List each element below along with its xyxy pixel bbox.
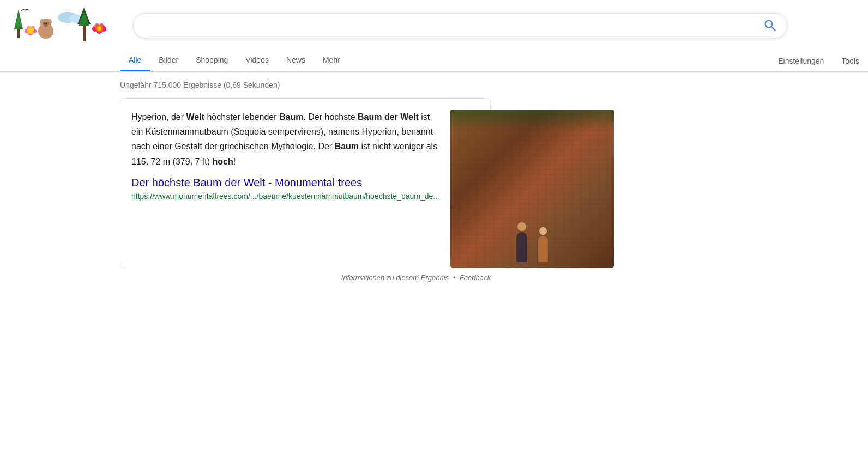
google-doodle[interactable] (13, 7, 111, 45)
search-button[interactable] (763, 18, 778, 33)
snippet-link-area: Der höchste Baum der Welt - Monumental t… (131, 169, 439, 210)
snippet-image[interactable] (450, 110, 614, 268)
dot-separator: • (453, 274, 456, 282)
nav-einstellungen[interactable]: Einstellungen (769, 50, 833, 71)
snippet-body-text: Hyperion, der Welt höchster lebender Bau… (131, 110, 439, 169)
footer-info-link[interactable]: Informationen zu diesem Ergebnis (341, 274, 449, 282)
snippet-image-area (450, 110, 614, 268)
svg-point-30 (97, 26, 101, 31)
snippet-link-title[interactable]: Der höchste Baum der Welt - Monumental t… (131, 177, 439, 189)
search-icon (763, 18, 778, 33)
nav-tabs: Alle Bilder Shopping Videos News Mehr Ei… (0, 49, 868, 72)
results-count: Ungefähr 715.000 Ergebnisse (0,69 Sekund… (120, 76, 491, 98)
logo-area (13, 7, 122, 45)
footer-feedback-link[interactable]: Feedback (460, 274, 491, 282)
tab-shopping[interactable]: Shopping (187, 49, 237, 71)
people-silhouette (516, 232, 548, 262)
tab-videos[interactable]: Videos (237, 49, 278, 71)
person-2 (538, 236, 548, 262)
svg-point-18 (27, 27, 34, 34)
nav-tools-btn[interactable]: Tools (833, 50, 868, 71)
search-box[interactable]: wie hoch ist der größte baum der welt (133, 13, 787, 38)
doodle-svg (13, 7, 111, 45)
snippet-link-url[interactable]: https://www.monumentaltrees.com/.../baeu… (131, 192, 439, 201)
results-area: Ungefähr 715.000 Ergebnisse (0,69 Sekund… (0, 72, 491, 285)
svg-point-9 (44, 24, 47, 26)
svg-rect-21 (83, 23, 86, 41)
featured-snippet-card: Hyperion, der Welt höchster lebender Bau… (120, 98, 491, 268)
tab-news[interactable]: News (278, 49, 314, 71)
svg-rect-10 (17, 29, 20, 38)
svg-marker-12 (15, 15, 22, 27)
tab-mehr[interactable]: Mehr (314, 49, 349, 71)
nav-tools: Einstellungen Tools (769, 50, 868, 71)
tab-bilder[interactable]: Bilder (150, 49, 187, 71)
search-input[interactable]: wie hoch ist der größte baum der welt (144, 20, 757, 32)
person-1 (516, 232, 527, 262)
header: wie hoch ist der größte baum der welt (0, 0, 868, 45)
snippet-text-area: Hyperion, der Welt höchster lebender Bau… (131, 110, 439, 268)
tab-alle[interactable]: Alle (120, 49, 150, 71)
result-footer: Informationen zu diesem Ergebnis • Feedb… (120, 270, 491, 285)
